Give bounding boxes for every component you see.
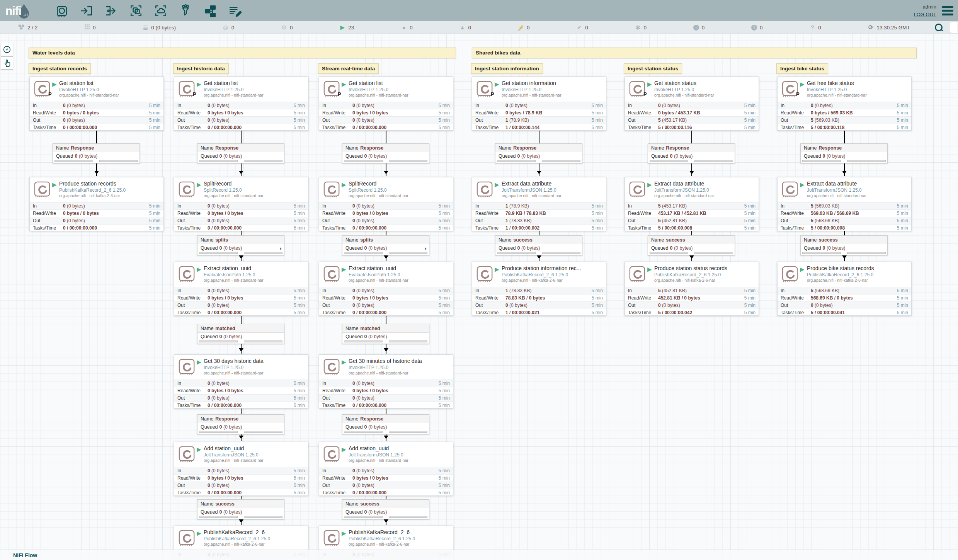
operate-palette-button[interactable] [1,56,13,70]
processor[interactable]: ▶Produce station recordsPublishKafkaReco… [29,177,164,231]
data-size-threshold-bar [244,340,282,342]
processor-type-icon [323,181,341,200]
stat-window: 5 min [149,218,160,223]
connection-label[interactable]: NameResponseQueued0 (0 bytes) [342,414,429,434]
remote-process-group-palette-button[interactable] [154,4,168,18]
navigate-palette-button[interactable] [1,43,13,56]
status-sync-failure-value: 0 [818,25,821,31]
connection-label[interactable]: NamematchedQueued0 (0 bytes) [197,324,284,344]
connection-label[interactable]: NameResponseQueued0 (0 bytes) [495,143,582,163]
processor[interactable]: ▶Produce station status recordsPublishKa… [624,262,759,316]
output-port-palette-button[interactable] [104,4,118,18]
connection-label[interactable]: NameResponseQueued0 (0 bytes) [53,143,140,163]
connection-label[interactable]: NamesplitsQueued0 (0 bytes)◑ [342,235,429,255]
global-menu-icon[interactable] [942,6,953,15]
section-label[interactable]: Ingest station status [624,63,682,74]
processor[interactable]: ▶Extract station_uuidEvaluateJsonPath 1.… [174,262,308,316]
input-port-palette-button[interactable] [80,4,94,18]
processor-type: PublishKafkaRecord_2_6 1.25.0 [204,536,270,541]
connection-name-row: NameResponse [197,415,284,423]
connection-label[interactable]: NameResponseQueued0 (0 bytes) [197,414,284,434]
section-label[interactable]: Stream real-time data [318,63,379,74]
connection-label[interactable]: NameResponseQueued0 (0 bytes) [648,143,735,163]
search-button[interactable] [928,21,949,34]
processor[interactable]: ▶Get 30 days historic dataInvokeHTTP 1.2… [174,354,308,409]
status-stale: ↑0 [693,24,705,31]
queued-label: Queued [651,245,668,251]
stat-row: Read/Write78.9 KB / 78.83 KB5 min [472,209,606,217]
group-label[interactable]: Water levels data [29,48,456,58]
stat-row: Tasks/Time5 / 00:00:00.0085 min [778,224,911,231]
connection-label[interactable]: NameResponseQueued0 (0 bytes) [197,143,284,163]
processor[interactable]: P▶Get station listInvokeHTTP 1.25.0org.a… [319,77,453,131]
connection-label[interactable]: NamematchedQueued0 (0 bytes) [342,324,429,344]
processor[interactable]: ▶Produce station information rec...Publi… [472,262,606,316]
section-label[interactable]: Ingest historic data [173,63,229,74]
breadcrumb[interactable]: NiFi Flow [13,552,37,558]
section-label[interactable]: Ingest station information [471,63,543,74]
connection-label[interactable]: NamesuccessQueued0 (0 bytes) [648,235,735,255]
processor[interactable]: ▶SplitRecordSplitRecord 1.25.0org.apache… [174,177,308,231]
connection-label[interactable]: NameResponseQueued0 (0 bytes) [800,143,888,163]
locally-modified-stale-icon: ! [751,24,757,31]
connection-label[interactable]: NamesuccessQueued0 (0 bytes) [197,499,284,519]
stat-row: Tasks/Time5 / 00:00:00.1185 min [778,124,911,131]
stat-row: Read/Write0 bytes / 0 bytes5 min [319,474,453,482]
processor[interactable]: ▶Get 30 minutes of historic dataInvokeHT… [319,354,453,409]
processor[interactable]: ▶SplitRecordSplitRecord 1.25.0org.apache… [319,177,453,231]
connection-name-label: Name [345,237,358,243]
run-status-icon: ▶ [495,81,499,88]
status-corner-button[interactable] [950,22,958,33]
processor[interactable]: P▶Get station listInvokeHTTP 1.25.0org.a… [29,77,164,131]
stat-row: Out0 (0 bytes)5 min [174,116,308,124]
processor[interactable]: ▶Add station_uuidJoltTransformJSON 1.25.… [174,442,308,496]
connection-label[interactable]: NameResponseQueued0 (0 bytes) [342,143,429,163]
stat-value: 5 / 00:00:00.041 [811,310,897,315]
processor[interactable]: P▶Get station statusInvokeHTTP 1.25.0org… [624,77,759,131]
stat-row: Out5 (452.81 KB)5 min [625,217,759,224]
processor-palette-button[interactable] [55,4,69,18]
template-palette-button[interactable] [203,4,217,18]
process-group-palette-button[interactable] [129,4,143,18]
processor[interactable]: P▶Get free bike statusInvokeHTTP 1.25.0o… [777,77,912,131]
stat-value: 0 / 00:00:00.000 [208,490,294,495]
processor-stats: In1 (78.9 KB)5 minRead/Write78.9 KB / 78… [472,202,606,231]
connection-label[interactable]: NamesuccessQueued0 (0 bytes) [800,235,888,255]
backpressure-bars [648,252,735,255]
processor[interactable]: ▶Produce bike status recordsPublishKafka… [777,262,912,316]
stat-label: In [322,203,352,209]
stat-value: 0 (0 bytes) [352,381,439,386]
section-label[interactable]: Ingest station records [29,63,91,74]
stat-value: 0 (0 bytes) [208,468,294,473]
stat-value: 1 (78.83 KB) [505,218,592,223]
stat-window: 5 min [744,211,756,216]
stat-label: Read/Write [322,295,352,301]
processor[interactable]: ▶Extract data attributeJoltTransformJSON… [472,177,606,231]
processor[interactable]: ▶Add station_uuidJoltTransformJSON 1.25.… [319,442,453,496]
stat-value: 5 / 00:00:00.008 [658,225,744,231]
processor[interactable]: P▶Get station listInvokeHTTP 1.25.0org.a… [174,77,308,131]
stat-row: Out0 (0 bytes)5 min [174,394,308,402]
processor[interactable]: ▶Extract data attributeJoltTransformJSON… [624,177,759,231]
log-out-link[interactable]: LOG OUT [914,11,936,19]
group-label[interactable]: Shared bikes data [472,48,917,58]
stat-label: Tasks/Time [628,125,658,130]
status-refresh[interactable]: ⟳13:30:25 GMT [868,24,910,31]
section-label[interactable]: Ingest bike status [776,63,828,74]
stat-label: Tasks/Time [628,310,658,315]
label-palette-button[interactable] [228,4,242,18]
stat-value: 0 / 00:00:00.000 [352,310,439,315]
funnel-palette-button[interactable] [179,4,192,18]
processor[interactable]: ▶Extract station_uuidEvaluateJsonPath 1.… [319,262,453,316]
connection-label[interactable]: NamesuccessQueued0 (0 bytes) [342,499,429,519]
connection-label[interactable]: NamesuccessQueued0 (0 bytes) [495,235,582,255]
data-size-threshold-bar [694,252,733,254]
queued-value: 0 (0 bytes) [364,334,387,339]
processor[interactable]: P▶Get station informationInvokeHTTP 1.25… [472,77,606,131]
stat-row: Tasks/Time0 / 00:00:00.0005 min [174,402,308,409]
processor[interactable]: ▶Extract data attributeJoltTransformJSON… [777,177,912,231]
stat-label: Out [475,117,505,123]
connection-name-row: Namesplits [197,236,284,244]
stat-window: 5 min [294,490,305,495]
connection-label[interactable]: NamesplitsQueued0 (0 bytes)◑ [197,235,284,255]
